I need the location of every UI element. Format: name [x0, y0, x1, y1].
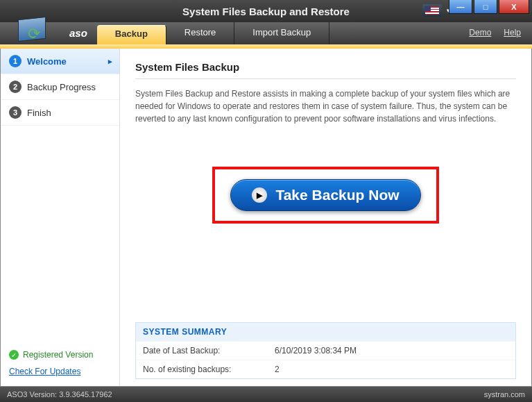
page-heading: System Files Backup: [135, 61, 516, 73]
step-number: 2: [9, 81, 22, 93]
summary-row: No. of existing backups: 2: [136, 360, 515, 378]
summary-row: Date of Last Backup: 6/10/2019 3:08:34 P…: [136, 341, 515, 360]
step-backup-progress[interactable]: 2 Backup Progress: [1, 74, 119, 100]
divider: [135, 78, 516, 79]
take-backup-now-button[interactable]: ▶ Take Backup Now: [230, 179, 420, 211]
statusbar: ASO3 Version: 3.9.3645.17962 systran.com: [0, 387, 532, 402]
summary-heading: SYSTEM SUMMARY: [136, 323, 515, 341]
summary-key: No. of existing backups:: [143, 365, 275, 374]
window-title: System Files Backup and Restore: [182, 6, 350, 17]
backup-box-icon: ⟳: [14, 11, 55, 46]
tab-import-backup[interactable]: Import Backup: [234, 22, 329, 44]
sidebar-footer: ✓ Registered Version Check For Updates: [1, 343, 119, 386]
check-updates-link[interactable]: Check For Updates: [9, 367, 111, 376]
menu-help[interactable]: Help: [504, 28, 521, 44]
play-icon: ▶: [252, 187, 267, 203]
summary-value: 6/10/2019 3:08:34 PM: [275, 346, 357, 355]
registered-version: ✓ Registered Version: [9, 350, 111, 360]
brandmark-text: systran.com: [484, 390, 525, 399]
cta-label: Take Backup Now: [275, 187, 399, 203]
system-summary: SYSTEM SUMMARY Date of Last Backup: 6/10…: [135, 322, 516, 379]
step-welcome[interactable]: 1 Welcome: [1, 49, 119, 74]
close-button[interactable]: X: [499, 0, 529, 14]
sidebar: 1 Welcome 2 Backup Progress 3 Finish ✓ R…: [1, 49, 120, 386]
step-number: 3: [9, 106, 22, 119]
menu-right: Demo Help: [469, 22, 532, 44]
menubar: ⟳ aso Backup Restore Import Backup Demo …: [0, 22, 532, 44]
step-finish[interactable]: 3 Finish: [1, 100, 119, 126]
brand-text: aso: [69, 22, 97, 44]
summary-key: Date of Last Backup:: [143, 346, 275, 355]
summary-value: 2: [275, 365, 280, 374]
registered-label: Registered Version: [23, 350, 93, 360]
step-label: Finish: [27, 108, 51, 118]
language-selector[interactable]: [422, 4, 442, 17]
cta-highlight-frame: ▶ Take Backup Now: [212, 167, 438, 224]
body: 1 Welcome 2 Backup Progress 3 Finish ✓ R…: [0, 49, 532, 387]
menu-demo[interactable]: Demo: [469, 28, 491, 44]
step-number: 1: [9, 55, 22, 67]
main-panel: System Files Backup System Files Backup …: [120, 49, 531, 386]
tab-restore[interactable]: Restore: [166, 22, 235, 44]
version-text: ASO3 Version: 3.9.3645.17962: [7, 390, 112, 399]
maximize-button[interactable]: □: [474, 0, 497, 14]
flag-us-icon: [425, 6, 439, 15]
check-circle-icon: ✓: [9, 350, 19, 360]
description-text: System Files Backup and Restore assists …: [135, 87, 516, 125]
step-label: Backup Progress: [27, 82, 96, 92]
tab-backup[interactable]: Backup: [97, 25, 166, 44]
titlebar: System Files Backup and Restore — □ X: [0, 0, 532, 22]
app-logo: ⟳: [0, 22, 69, 44]
cta-area: ▶ Take Backup Now: [135, 167, 516, 224]
window-controls: — □ X: [449, 0, 529, 14]
minimize-button[interactable]: —: [449, 0, 472, 14]
step-label: Welcome: [27, 56, 67, 67]
